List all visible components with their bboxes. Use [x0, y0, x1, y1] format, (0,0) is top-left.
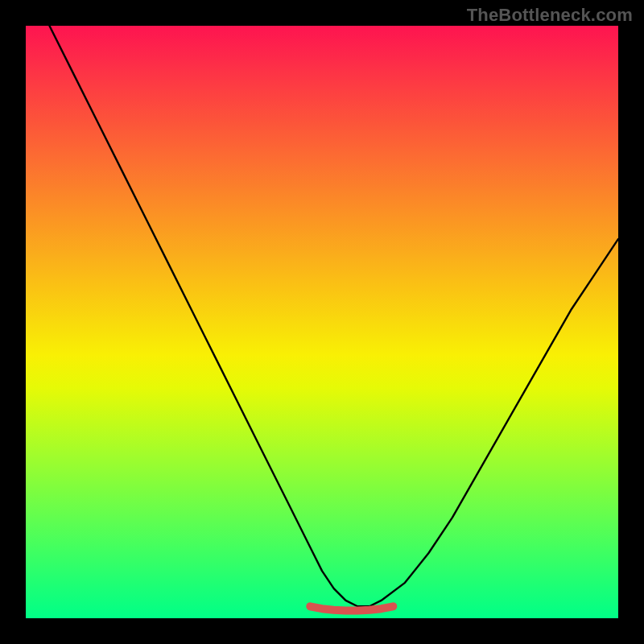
watermark-text: TheBottleneck.com — [467, 5, 633, 26]
chart-svg — [26, 26, 618, 618]
chart-gradient-bg — [26, 26, 618, 618]
chart-frame: TheBottleneck.com — [0, 0, 644, 644]
bottom-marker-band — [310, 606, 393, 610]
